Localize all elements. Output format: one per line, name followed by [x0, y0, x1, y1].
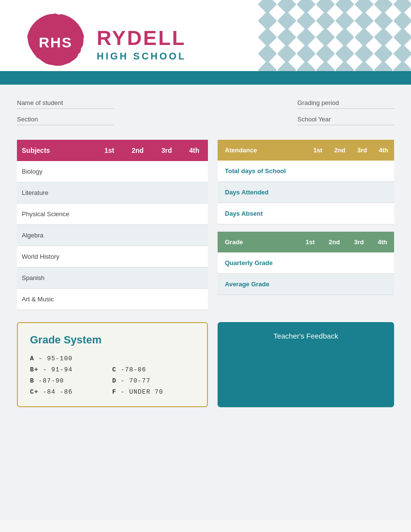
- att-val-2: [328, 182, 352, 203]
- subject-name: Spanish: [17, 267, 96, 289]
- subject-grade-3: [153, 161, 181, 182]
- grade-val-1: [299, 252, 322, 274]
- subject-grade-3: [153, 182, 181, 204]
- att-label-header: Atendance: [218, 140, 308, 161]
- att-col3-header: 3rd: [352, 140, 373, 161]
- subject-name: Literature: [17, 182, 96, 204]
- subject-grade-2: [123, 225, 153, 246]
- teacher-feedback-box: Teacher's Feedback: [218, 322, 394, 407]
- subject-grade-2: [123, 289, 153, 310]
- att-header-row: Atendance 1st 2nd 3rd 4th: [218, 140, 394, 161]
- att-val-4: [373, 182, 394, 203]
- subject-name: Physical Science: [17, 204, 96, 225]
- grade-system-row: B -87-90D - 70-77: [30, 377, 195, 384]
- school-name-main: RYDELL: [97, 27, 186, 50]
- school-year-label: School Year: [297, 116, 394, 125]
- grade-system-box: Grade System A - 95-100B+ - 91-94C -78-8…: [17, 322, 208, 407]
- subject-grade-3: [153, 289, 181, 310]
- att-row: Total days of School: [218, 161, 394, 182]
- subject-grade-4: [180, 161, 208, 182]
- bottom-section: Grade System A - 95-100B+ - 91-94C -78-8…: [17, 322, 394, 407]
- subject-grade-2: [123, 246, 153, 267]
- att-val-4: [373, 161, 394, 182]
- subjects-row: Spanish: [17, 267, 208, 289]
- section-label: Section: [17, 116, 114, 125]
- name-of-student-label: Name of student: [17, 99, 114, 109]
- att-row: Days Absent: [218, 203, 394, 224]
- att-col1-header: 1st: [308, 140, 328, 161]
- grade-entry-left: A - 95-100: [30, 355, 98, 362]
- att-val-3: [352, 203, 373, 224]
- subject-grade-1: [96, 289, 123, 310]
- att-val-3: [352, 161, 373, 182]
- subject-grade-1: [96, 225, 123, 246]
- subject-grade-1: [96, 204, 123, 225]
- att-col2-header: 2nd: [328, 140, 352, 161]
- subject-grade-2: [123, 161, 153, 182]
- grade-val-2: [322, 274, 347, 295]
- grade-system-row: C+ -84 -86F - UNDER 70: [30, 388, 195, 396]
- teacher-feedback-label: Teacher's Feedback: [274, 332, 338, 340]
- att-row-label: Days Attended: [218, 182, 308, 203]
- grade-val-2: [322, 252, 347, 274]
- grade-system-title: Grade System: [30, 334, 195, 346]
- subjects-row: Literature: [17, 182, 208, 204]
- main-content: Name of student Section Grading period S…: [0, 85, 411, 520]
- att-row-label: Days Absent: [218, 203, 308, 224]
- grade-system-row: A - 95-100: [30, 355, 195, 362]
- grade-col4-header: 4th: [371, 232, 394, 252]
- subjects-row: Art & Music: [17, 289, 208, 310]
- subject-grade-4: [180, 267, 208, 289]
- grade-entry-right: F - UNDER 70: [112, 388, 180, 396]
- grade-val-1: [299, 274, 322, 295]
- subject-grade-3: [153, 204, 181, 225]
- grade-row: Quarterly Grade: [218, 252, 394, 274]
- subjects-col3-header: 3rd: [153, 140, 181, 161]
- subject-grade-4: [180, 182, 208, 204]
- grade-val-4: [371, 252, 394, 274]
- att-row-label: Total days of School: [218, 161, 308, 182]
- info-right: Grading period School Year: [297, 99, 394, 125]
- att-val-1: [308, 182, 328, 203]
- grade-entry-right: D - 70-77: [112, 377, 180, 384]
- school-logo: RHS: [27, 14, 85, 72]
- subjects-col4-header: 4th: [180, 140, 208, 161]
- grade-row-label: Quarterly Grade: [218, 252, 299, 274]
- subject-grade-4: [180, 246, 208, 267]
- subjects-row: Physical Science: [17, 204, 208, 225]
- grade-header-row: Grade 1st 2nd 3rd 4th: [218, 232, 394, 252]
- attendance-table: Atendance 1st 2nd 3rd 4th Total days of …: [218, 140, 394, 224]
- subjects-row: World History: [17, 246, 208, 267]
- school-name-sub: HIGH SCHOOL: [97, 51, 186, 62]
- subject-grade-2: [123, 267, 153, 289]
- subject-grade-2: [123, 182, 153, 204]
- grade-entry-left: B+ - 91-94: [30, 366, 98, 373]
- att-val-2: [328, 161, 352, 182]
- att-val-2: [328, 203, 352, 224]
- grade-system-grid: A - 95-100B+ - 91-94C -78-86B -87-90D - …: [30, 355, 195, 396]
- subject-grade-4: [180, 204, 208, 225]
- logo-text: RHS: [39, 34, 72, 51]
- grade-val-3: [347, 274, 371, 295]
- grade-system-row: B+ - 91-94C -78-86: [30, 366, 195, 373]
- header-teal-bar: [0, 71, 411, 85]
- att-row: Days Attended: [218, 182, 394, 203]
- subject-name: World History: [17, 246, 96, 267]
- left-column: Subjects 1st 2nd 3rd 4th Biology Literat…: [17, 140, 208, 310]
- att-val-1: [308, 203, 328, 224]
- two-col-layout: Subjects 1st 2nd 3rd 4th Biology Literat…: [17, 140, 394, 310]
- att-val-4: [373, 203, 394, 224]
- grade-col2-header: 2nd: [322, 232, 347, 252]
- grade-row: Average Grade: [218, 274, 394, 295]
- subject-grade-1: [96, 182, 123, 204]
- grade-entry-right: C -78-86: [112, 366, 180, 373]
- subjects-col-header: Subjects: [17, 140, 96, 161]
- grade-val-3: [347, 252, 371, 274]
- subject-grade-4: [180, 289, 208, 310]
- grade-val-4: [371, 274, 394, 295]
- att-col4-header: 4th: [373, 140, 394, 161]
- grade-entry-left: C+ -84 -86: [30, 388, 98, 396]
- subject-name: Algebra: [17, 225, 96, 246]
- subject-name: Art & Music: [17, 289, 96, 310]
- subject-grade-2: [123, 204, 153, 225]
